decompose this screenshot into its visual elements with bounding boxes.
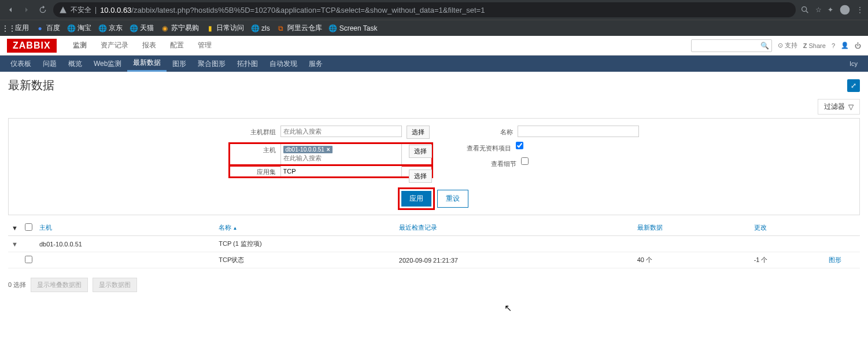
browser-toolbar: 不安全 | 10.0.0.63/zabbix/latest.php?hostid…	[0, 0, 868, 20]
app-select-btn[interactable]: 选择	[409, 169, 432, 183]
subnav-maps[interactable]: 拓扑图	[231, 56, 264, 72]
extensions-icon[interactable]: ✦	[828, 6, 833, 14]
label-name: 名称	[467, 126, 513, 137]
mainnav-admin[interactable]: 管理	[191, 36, 219, 56]
mainnav-inventory[interactable]: 资产记录	[94, 36, 135, 56]
host-input[interactable]	[283, 154, 399, 161]
username-label: Icy	[849, 60, 863, 67]
search-icon[interactable]: 🔍	[760, 42, 769, 50]
app-input[interactable]	[280, 165, 402, 177]
bookmark-screentask[interactable]: 🌐Screen Task	[329, 24, 378, 32]
host-select-btn[interactable]: 选择	[409, 145, 432, 158]
row-checkbox[interactable]	[25, 256, 32, 263]
bookmarks-bar: ⋮⋮应用 ●百度 🌐淘宝 🌐京东 🌐天猫 ◉苏宁易购 ▮日常访问 🌐zls ⧉阿…	[0, 20, 868, 36]
apply-button[interactable]: 应用	[401, 191, 431, 207]
menu-icon[interactable]: ⋮	[856, 6, 863, 14]
bookmark-apps[interactable]: ⋮⋮应用	[5, 23, 29, 33]
cell-host: db01-10.0.0.51	[36, 236, 215, 252]
reset-button[interactable]: 重设	[437, 190, 468, 208]
back-button[interactable]	[5, 4, 16, 16]
host-tag[interactable]: db01-10.0.0.51 ×	[283, 146, 333, 153]
search-input[interactable]	[694, 42, 760, 49]
search-icon[interactable]	[800, 5, 810, 14]
subnav-overview[interactable]: 概览	[62, 56, 88, 72]
fullscreen-button[interactable]: ⤢	[847, 79, 860, 92]
cell-last-value: 40 个	[634, 252, 751, 268]
subnav-discovery[interactable]: 自动发现	[264, 56, 303, 72]
profile-icon[interactable]	[839, 4, 851, 16]
cell-change: -1 个	[751, 252, 825, 268]
support-link[interactable]: ⊙ 支持	[778, 41, 797, 50]
bookmark-taobao[interactable]: 🌐淘宝	[67, 23, 91, 33]
label-show-no-data: 查看无资料项目	[467, 142, 511, 153]
filter-form: 主机群组 选择 主机 db01-10.0.0.51 × 应用集	[8, 118, 860, 215]
subnav-services[interactable]: 服务	[303, 56, 328, 72]
selected-count: 0 选择	[8, 281, 26, 289]
label-app: 应用集	[230, 165, 276, 176]
zabbix-search[interactable]: 🔍	[691, 39, 772, 52]
host-multiselect[interactable]: db01-10.0.0.51 ×	[280, 143, 402, 165]
bookmark-tmall[interactable]: 🌐天猫	[130, 23, 154, 33]
filter-icon: ▽	[848, 103, 854, 111]
filter-toggle[interactable]: 过滤器 ▽	[818, 99, 860, 115]
insecure-label: 不安全	[71, 5, 91, 15]
mainnav-config[interactable]: 配置	[163, 36, 191, 56]
cell-item-name: TCP状态	[215, 252, 396, 268]
zabbix-header: ZABBIX 监测 资产记录 报表 配置 管理 🔍 ⊙ 支持 Z Share ?…	[0, 36, 868, 56]
share-link[interactable]: Z Share	[803, 42, 826, 49]
th-change[interactable]: 更改	[751, 220, 825, 236]
zabbix-mainnav: 监测 资产记录 报表 配置 管理	[66, 36, 219, 56]
subnav-dashboard[interactable]: 仪表板	[5, 56, 37, 72]
show-no-data-checkbox[interactable]	[516, 142, 523, 149]
show-details-checkbox[interactable]	[521, 157, 529, 165]
zabbix-logo[interactable]: ZABBIX	[7, 39, 57, 53]
subnav-latest[interactable]: 最新数据	[127, 56, 167, 72]
subnav-graphs[interactable]: 图形	[167, 56, 192, 72]
bookmark-aliyun[interactable]: ⧉阿里云仓库	[277, 23, 322, 33]
bookmark-suning[interactable]: ◉苏宁易购	[161, 23, 199, 33]
subnav-web[interactable]: Web监测	[88, 56, 127, 72]
url-bar[interactable]: 不安全 | 10.0.0.63/zabbix/latest.php?hostid…	[53, 2, 796, 17]
page-title-bar: 最新数据 ⤢	[0, 72, 868, 99]
bookmark-jd[interactable]: 🌐京东	[98, 23, 123, 33]
subnav-problems[interactable]: 问题	[37, 56, 62, 72]
th-last-check[interactable]: 最近检查记录	[396, 220, 634, 236]
zabbix-subnav: 仪表板 问题 概览 Web监测 最新数据 图形 聚合图形 拓扑图 自动发现 服务…	[0, 56, 868, 72]
bookmark-baidu[interactable]: ●百度	[36, 23, 60, 33]
insecure-icon	[59, 6, 67, 14]
cell-last-check: 2020-09-09 21:21:37	[396, 252, 634, 268]
remove-tag-icon[interactable]: ×	[327, 146, 330, 153]
mainnav-reports[interactable]: 报表	[135, 36, 163, 56]
svg-point-1	[840, 5, 850, 15]
bookmark-daily[interactable]: ▮日常访问	[206, 23, 244, 33]
svg-point-0	[802, 7, 807, 12]
help-icon[interactable]: ?	[832, 42, 835, 49]
hostgroup-select-btn[interactable]: 选择	[407, 126, 430, 139]
forward-button[interactable]	[21, 4, 32, 16]
subnav-screens[interactable]: 聚合图形	[192, 56, 231, 72]
hostgroup-input[interactable]	[283, 128, 399, 135]
th-host[interactable]: 主机	[36, 220, 215, 236]
hostgroup-multiselect[interactable]	[280, 126, 402, 137]
select-all-checkbox[interactable]	[25, 223, 32, 231]
table-group-row: ▼ db01-10.0.0.51 TCP (1 监控项)	[8, 236, 860, 252]
bookmark-zls[interactable]: 🌐zls	[251, 24, 270, 32]
user-icon[interactable]: 👤	[841, 42, 849, 49]
label-hostgroup: 主机群组	[230, 126, 276, 137]
graph-button: 显示数据图	[93, 278, 137, 292]
power-icon[interactable]: ⏻	[855, 42, 861, 49]
th-last-value[interactable]: 最新数据	[634, 220, 751, 236]
stacked-graph-button: 显示堆叠数据图	[31, 278, 88, 292]
label-show-details: 查看细节	[491, 157, 516, 168]
mainnav-monitor[interactable]: 监测	[66, 36, 94, 56]
url-text: 10.0.0.63/zabbix/latest.php?hostids%5B%5…	[100, 6, 485, 14]
cell-app: TCP (1 监控项)	[215, 236, 396, 252]
star-icon[interactable]: ☆	[815, 6, 822, 14]
reload-button[interactable]	[37, 4, 49, 16]
collapse-row[interactable]: ▼	[8, 236, 21, 252]
collapse-all[interactable]: ▼	[8, 220, 21, 236]
graph-link[interactable]: 图形	[829, 256, 841, 263]
table-item-row: TCP状态 2020-09-09 21:21:37 40 个 -1 个 图形	[8, 252, 860, 268]
th-name[interactable]: 名称	[215, 220, 396, 236]
name-input[interactable]	[518, 126, 639, 137]
